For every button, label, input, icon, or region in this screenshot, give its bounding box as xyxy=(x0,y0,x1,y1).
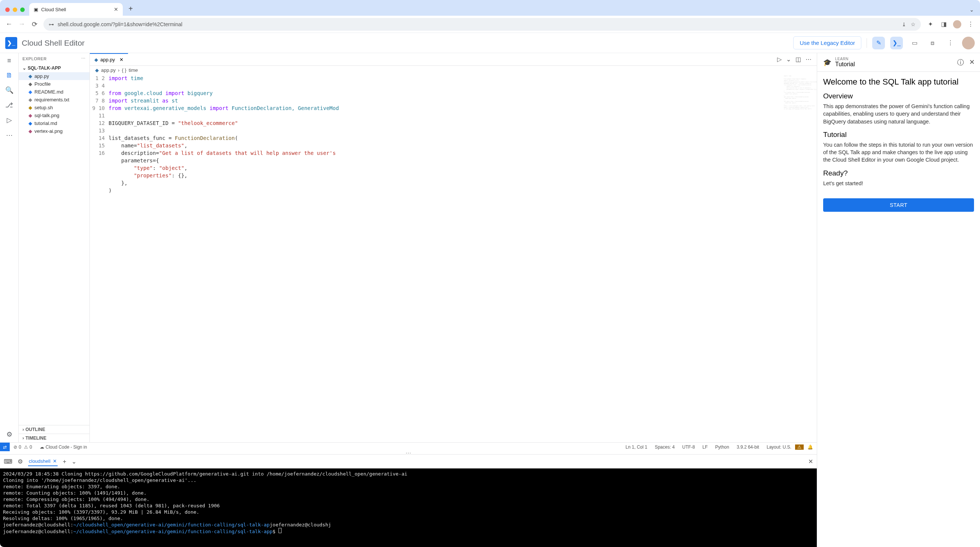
learn-label: LEARN xyxy=(835,57,855,61)
eol[interactable]: LF xyxy=(699,444,712,450)
file-icon: ◆ xyxy=(29,105,32,110)
file-name: setup.sh xyxy=(35,105,53,110)
notifications-icon[interactable]: 🔔 xyxy=(804,444,817,450)
file-item[interactable]: ◆vertex-ai.png xyxy=(19,127,89,135)
search-icon[interactable]: 🔍 xyxy=(5,86,13,94)
file-name: app.py xyxy=(35,73,49,79)
back-icon[interactable]: ← xyxy=(5,20,13,28)
menu-icon[interactable]: ≡ xyxy=(7,57,11,65)
editor-more-icon[interactable]: ⋯ xyxy=(805,56,811,63)
file-name: Procfile xyxy=(35,81,51,87)
address-bar-row: ← → ⟳ ⊶ shell.cloud.google.com/?pli=1&sh… xyxy=(0,16,980,33)
terminal-toggle-icon[interactable]: ❯_ xyxy=(890,36,903,49)
editor-toggle-icon[interactable]: ✎ xyxy=(872,36,885,49)
problems-indicator[interactable]: ⊘ 0 ⚠ 0 xyxy=(10,444,36,450)
run-icon[interactable]: ▷ xyxy=(777,56,782,63)
close-terminal-panel-icon[interactable]: ✕ xyxy=(808,458,813,465)
file-item[interactable]: ◆setup.sh xyxy=(19,104,89,111)
url-text: shell.cloud.google.com/?pli=1&show=ide%2… xyxy=(58,21,182,27)
outline-label: OUTLINE xyxy=(25,427,45,432)
debug-icon[interactable]: ▷ xyxy=(7,116,12,124)
new-tab-button[interactable]: + xyxy=(125,3,136,14)
code-area[interactable]: 1 2 3 4 5 6 7 8 9 10 11 12 13 14 15 16 i… xyxy=(90,75,817,442)
symbol-icon: { } xyxy=(122,67,126,73)
file-icon: ◆ xyxy=(29,81,32,87)
cursor-position[interactable]: Ln 1, Col 1 xyxy=(622,444,651,450)
window-controls xyxy=(2,8,29,16)
file-item[interactable]: ◆Procfile xyxy=(19,80,89,88)
add-terminal-icon[interactable]: + xyxy=(63,458,66,465)
preview-icon[interactable]: ▭ xyxy=(908,36,921,49)
file-icon: ◆ xyxy=(29,128,32,134)
ellipsis-icon[interactable]: ⋯ xyxy=(6,131,13,139)
terminal-settings-icon[interactable]: ⚙ xyxy=(18,458,23,465)
cloud-code-signin[interactable]: ☁ Cloud Code - Sign in xyxy=(36,444,91,450)
extensions-icon[interactable]: ✦ xyxy=(926,21,934,28)
terminal-tab[interactable]: cloudshell ✕ xyxy=(28,457,58,466)
minimize-window-icon[interactable] xyxy=(13,8,17,12)
explorer-more-icon[interactable]: ⋯ xyxy=(81,56,86,61)
file-item[interactable]: ◆tutorial.md xyxy=(19,119,89,127)
close-window-icon[interactable] xyxy=(5,8,10,12)
explorer-icon[interactable]: 🗎 xyxy=(6,71,13,79)
editor-tab-app-py[interactable]: ◆ app.py ✕ xyxy=(90,53,128,65)
encoding[interactable]: UTF-8 xyxy=(679,444,699,450)
bookmark-icon[interactable]: ☆ xyxy=(911,21,916,27)
start-button[interactable]: START xyxy=(823,198,974,212)
close-terminal-tab-icon[interactable]: ✕ xyxy=(53,458,57,464)
file-item[interactable]: ◆sql-talk.png xyxy=(19,111,89,119)
split-editor-icon[interactable]: ◫ xyxy=(795,56,801,63)
python-version[interactable]: 3.9.2 64-bit xyxy=(733,444,763,450)
keyboard-icon[interactable]: ⌨ xyxy=(4,458,12,465)
file-item[interactable]: ◆README.md xyxy=(19,88,89,96)
forward-icon[interactable]: → xyxy=(18,20,25,28)
more-icon[interactable]: ⋮ xyxy=(944,36,957,49)
remote-indicator-icon[interactable]: ⇄ xyxy=(0,442,10,451)
tab-dropdown-icon[interactable]: ⌄ xyxy=(969,7,978,16)
terminal-tab-label: cloudshell xyxy=(29,458,51,464)
tab-filename: app.py xyxy=(100,57,115,62)
profile-avatar[interactable] xyxy=(953,20,961,29)
install-app-icon[interactable]: ⤓ xyxy=(902,21,906,27)
sidepanel-icon[interactable]: ◨ xyxy=(940,21,948,28)
close-tab-icon[interactable]: ✕ xyxy=(114,6,118,12)
info-icon[interactable]: ⓘ xyxy=(957,58,964,67)
file-icon: ◆ xyxy=(29,113,32,118)
panel-icon[interactable]: ⧈ xyxy=(926,36,939,49)
terminal-menu-icon[interactable]: ⌄ xyxy=(72,458,76,465)
tutorial-subheading: Tutorial xyxy=(823,131,974,139)
breadcrumb[interactable]: ◆ app.py › { } time xyxy=(90,66,817,75)
close-editor-tab-icon[interactable]: ✕ xyxy=(119,57,124,62)
file-icon: ◆ xyxy=(29,89,32,95)
indent-setting[interactable]: Spaces: 4 xyxy=(651,444,678,450)
browser-tab[interactable]: ▣ Cloud Shell ✕ xyxy=(29,3,123,16)
language-mode[interactable]: Python xyxy=(712,444,733,450)
site-info-icon[interactable]: ⊶ xyxy=(49,21,54,27)
file-icon: ◆ xyxy=(29,120,32,126)
python-file-icon: ◆ xyxy=(95,67,99,73)
address-bar[interactable]: ⊶ shell.cloud.google.com/?pli=1&show=ide… xyxy=(43,18,921,31)
legacy-editor-button[interactable]: Use the Legacy Editor xyxy=(793,36,861,49)
close-tutorial-icon[interactable]: ✕ xyxy=(969,58,975,67)
file-name: sql-talk.png xyxy=(35,113,59,118)
settings-gear-icon[interactable]: ⚙ xyxy=(6,430,12,442)
minimap[interactable]: import time from google.cloud import big… xyxy=(783,75,817,442)
run-more-icon[interactable]: ⌄ xyxy=(786,56,791,63)
reload-icon[interactable]: ⟳ xyxy=(31,20,38,29)
keyboard-layout[interactable]: Layout: U.S. xyxy=(763,444,795,450)
file-item[interactable]: ◆requirements.txt xyxy=(19,96,89,104)
project-folder[interactable]: ⌄ SQL-TALK-APP xyxy=(19,64,89,72)
warning-badge-icon[interactable]: ⚠ xyxy=(795,444,804,450)
resize-handle[interactable]: • • • xyxy=(0,451,817,454)
source-control-icon[interactable]: ⎇ xyxy=(5,101,13,109)
terminal-body[interactable]: 2024/03/29 18:45:38 Cloning https://gith… xyxy=(0,468,817,547)
kebab-icon[interactable]: ⋮ xyxy=(967,21,975,28)
user-avatar[interactable] xyxy=(962,36,975,49)
app-header: ❯_ Cloud Shell Editor Use the Legacy Edi… xyxy=(0,33,980,53)
outline-section[interactable]: › OUTLINE xyxy=(19,425,89,434)
timeline-section[interactable]: › TIMELINE xyxy=(19,434,89,442)
learn-icon: 🎓 xyxy=(822,58,832,67)
file-item[interactable]: ◆app.py xyxy=(19,72,89,80)
code-content[interactable]: import time from google.cloud import big… xyxy=(108,75,817,442)
fullscreen-window-icon[interactable] xyxy=(20,8,25,12)
